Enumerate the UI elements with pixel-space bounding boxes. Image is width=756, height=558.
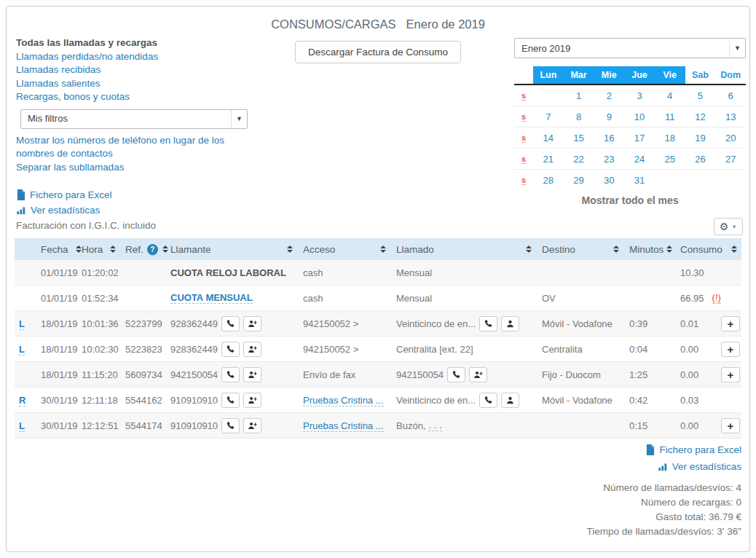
call-type-link[interactable]: L: [19, 420, 25, 432]
calendar-day-link[interactable]: 20: [725, 133, 736, 144]
week-summary-link[interactable]: s: [521, 91, 526, 101]
filter-panel: Todas las llamadas y recargas Llamadas p…: [16, 36, 264, 174]
calendar-day-link[interactable]: 9: [607, 111, 612, 122]
calendar-day-link[interactable]: 15: [573, 133, 583, 144]
expand-row-button[interactable]: +: [721, 342, 740, 357]
sort-icon[interactable]: [110, 245, 116, 253]
sort-icon[interactable]: [380, 245, 386, 253]
calendar-day-link[interactable]: 25: [664, 154, 674, 165]
calendar-day-link[interactable]: 21: [543, 154, 554, 165]
acceso-link[interactable]: Pruebas Cristina ...: [303, 395, 384, 406]
expand-row-button[interactable]: +: [721, 367, 740, 382]
calendar-day-link[interactable]: 8: [576, 111, 581, 122]
calendar-day-link[interactable]: 6: [728, 90, 733, 101]
show-phone-numbers-link[interactable]: Mostrar los números de teléfono en lugar…: [16, 134, 256, 161]
call-button[interactable]: [221, 418, 240, 433]
add-contact-button[interactable]: [243, 367, 261, 382]
add-contact-button[interactable]: [243, 316, 261, 331]
add-contact-button[interactable]: [469, 367, 487, 382]
call-button[interactable]: [221, 342, 240, 357]
contact-button[interactable]: [501, 393, 519, 408]
statistics-link-bottom[interactable]: Ver estadísticas: [645, 458, 741, 475]
filter-recharges[interactable]: Recargas, bonos y cuotas: [16, 90, 264, 104]
calendar-day-link[interactable]: 30: [604, 175, 614, 186]
show-whole-month-link[interactable]: Mostrar todo el mes: [514, 194, 746, 206]
add-contact-button[interactable]: [243, 342, 261, 357]
sort-icon[interactable]: [666, 245, 672, 253]
sort-icon[interactable]: [731, 245, 737, 253]
llamante-link[interactable]: CUOTA MENSUAL: [170, 292, 253, 304]
expand-row-button[interactable]: +: [721, 418, 740, 433]
calendar-day-link[interactable]: 3: [637, 90, 642, 101]
cell-hora: 10:01:36: [82, 318, 125, 329]
week-summary-link[interactable]: s: [521, 133, 526, 143]
calendar-day-link[interactable]: 10: [634, 111, 645, 122]
calendar-day-link[interactable]: 4: [667, 90, 672, 101]
calendar-day-link[interactable]: 7: [546, 111, 551, 122]
calendar-day-link[interactable]: 31: [634, 175, 645, 186]
calendar-day-link[interactable]: 12: [695, 111, 705, 122]
calendar-day-link[interactable]: 5: [698, 90, 703, 101]
my-filters-select[interactable]: Mis filtros ▼: [20, 109, 248, 129]
expand-row-button[interactable]: +: [721, 316, 740, 331]
calendar-day-link[interactable]: 22: [573, 154, 583, 165]
filter-outgoing-calls[interactable]: Llamadas salientes: [16, 77, 264, 91]
week-summary-link[interactable]: s: [521, 176, 526, 185]
calendar-day-cell: 17: [624, 127, 655, 149]
excel-export-link-bottom[interactable]: Fichero para Excel: [645, 441, 741, 458]
calendar-day-link[interactable]: 29: [573, 175, 583, 186]
filter-received-calls[interactable]: Llamadas recibidas: [16, 63, 264, 77]
sort-icon[interactable]: [162, 245, 168, 253]
excel-export-link[interactable]: Fichero para Excel: [16, 187, 156, 203]
month-select[interactable]: Enero 2019 ▼: [514, 38, 746, 58]
llamado-value: Veinticinco de en...: [396, 395, 476, 406]
acceso-link[interactable]: Pruebas Cristina ...: [303, 420, 384, 432]
add-contact-button[interactable]: [243, 418, 261, 433]
call-type-link[interactable]: L: [19, 318, 25, 330]
calendar-day-link[interactable]: 13: [725, 111, 736, 122]
sort-icon[interactable]: [287, 245, 293, 253]
llamado-more-link[interactable]: . . .: [428, 420, 441, 431]
week-summary-link[interactable]: s: [521, 112, 526, 122]
calendar-day-link[interactable]: 2: [607, 90, 612, 101]
llamado-value: Mensual: [396, 293, 432, 304]
billing-note: Facturación con I.G.I.C. incluido: [16, 218, 156, 233]
call-type-link[interactable]: R: [19, 395, 25, 406]
call-button[interactable]: [479, 316, 497, 331]
download-invoice-button[interactable]: Descargar Factura de Consumo: [295, 41, 461, 63]
table-settings-button[interactable]: ⚙ ▼: [714, 218, 743, 235]
calendar-day-link[interactable]: 27: [725, 154, 736, 165]
ref-value: 5544162: [125, 395, 162, 406]
calendar-day-link[interactable]: 24: [634, 154, 645, 165]
sort-icon[interactable]: [76, 245, 82, 253]
calendar-day-link[interactable]: 28: [543, 175, 554, 186]
call-button[interactable]: [221, 367, 240, 382]
add-contact-button[interactable]: [243, 393, 261, 408]
sort-icon[interactable]: [613, 245, 619, 253]
calendar-day-link[interactable]: 19: [695, 133, 705, 144]
filter-missed-calls[interactable]: Llamadas perdidas/no atendidas: [16, 50, 264, 64]
call-button[interactable]: [447, 367, 465, 382]
statistics-link[interactable]: Ver estadísticas: [16, 203, 156, 218]
llamante-value: 928362449: [170, 318, 218, 329]
filter-all-calls[interactable]: Todas las llamadas y recargas: [16, 36, 264, 50]
calendar-day-link[interactable]: 26: [695, 154, 705, 165]
calendar-day-link[interactable]: 16: [604, 133, 614, 144]
sort-icon[interactable]: [526, 245, 532, 253]
calendar-day-link[interactable]: 17: [634, 133, 645, 144]
split-subcalls-link[interactable]: Separar las subllamadas: [16, 161, 256, 175]
help-icon[interactable]: ?: [147, 244, 158, 255]
calendar-day-link[interactable]: 18: [664, 133, 674, 144]
call-button[interactable]: [221, 393, 240, 408]
call-button[interactable]: [221, 316, 240, 331]
call-button[interactable]: [479, 393, 497, 408]
calendar-day-link[interactable]: 1: [576, 90, 581, 101]
calendar-day-link[interactable]: 23: [604, 154, 614, 165]
call-type-link[interactable]: L: [19, 344, 25, 355]
calendar-day-link[interactable]: 14: [543, 133, 554, 144]
contact-button[interactable]: [501, 316, 519, 331]
consumo-warning-link[interactable]: (!): [712, 292, 721, 304]
calendar-day-link[interactable]: 11: [665, 111, 675, 122]
destino-value: Móvil - Vodafone: [542, 318, 613, 329]
week-summary-link[interactable]: s: [521, 154, 526, 164]
